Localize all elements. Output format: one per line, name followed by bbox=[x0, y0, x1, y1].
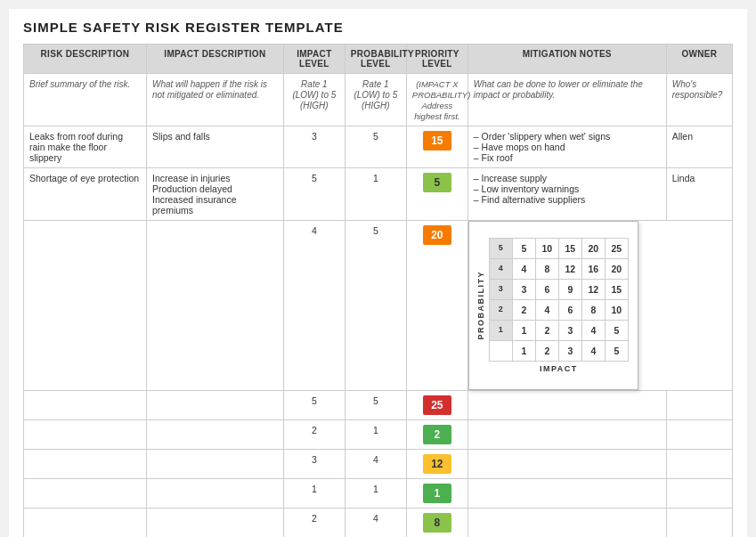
note-impact-level: Rate 1 (LOW) to 5 (HIGH) bbox=[283, 74, 345, 126]
impact-desc-cell: Increase in injuries Production delayed … bbox=[146, 168, 283, 221]
note-owner: Who's responsible? bbox=[666, 74, 732, 126]
matrix-row: 33691215 bbox=[489, 280, 628, 300]
table-row: Shortage of eye protectionIncrease in in… bbox=[24, 168, 733, 221]
matrix-impact-header: 4 bbox=[581, 341, 605, 362]
matrix-cell: 8 bbox=[535, 259, 558, 280]
mitigation-cell bbox=[467, 479, 666, 509]
note-priority: (IMPACT X PROBABILITY) Address highest f… bbox=[406, 74, 467, 126]
impact-desc-cell bbox=[146, 391, 283, 420]
prob-level-cell: 5 bbox=[345, 126, 406, 168]
matrix-cell: 2 bbox=[535, 321, 558, 341]
matrix-cell: 3 bbox=[558, 321, 581, 341]
prob-level-cell: 4 bbox=[345, 509, 406, 538]
matrix-prob-header: 2 bbox=[489, 300, 512, 321]
impact-desc-cell bbox=[146, 450, 283, 479]
matrix-cell: 5 bbox=[605, 321, 628, 341]
matrix-cell: 6 bbox=[558, 300, 581, 321]
matrix-cell: 6 bbox=[535, 280, 558, 300]
matrix-impact-header: 2 bbox=[535, 341, 558, 362]
matrix-impact-header-row: 12345 bbox=[489, 341, 628, 362]
owner-cell bbox=[666, 479, 732, 509]
mitigation-cell bbox=[467, 420, 666, 450]
prob-level-cell: 1 bbox=[345, 420, 406, 450]
priority-cell: 20 bbox=[406, 221, 467, 391]
owner-cell bbox=[666, 391, 732, 420]
impact-desc-cell bbox=[146, 479, 283, 509]
matrix-impact-header: 1 bbox=[512, 341, 535, 362]
mitigation-cell: – Order 'slippery when wet' signs – Have… bbox=[467, 126, 666, 168]
priority-badge: 1 bbox=[423, 484, 451, 503]
matrix-cell: 12 bbox=[581, 280, 605, 300]
owner-cell bbox=[666, 420, 732, 450]
matrix-row: 5510152025 bbox=[489, 239, 628, 259]
matrix-prob-header: 4 bbox=[489, 259, 512, 280]
impact-level-cell: 3 bbox=[283, 450, 345, 479]
matrix-prob-header: 5 bbox=[489, 239, 512, 259]
impact-level-cell: 5 bbox=[283, 391, 345, 420]
risk-cell bbox=[24, 450, 147, 479]
owner-cell bbox=[666, 509, 732, 538]
mitigation-cell: PROBABILITY 5510152025 448121620 3369121… bbox=[467, 221, 732, 391]
col-header-priority: PRIORITY LEVEL bbox=[406, 45, 467, 74]
matrix-prob-header: 1 bbox=[489, 321, 512, 341]
prob-level-cell: 1 bbox=[345, 168, 406, 221]
matrix-cell: 15 bbox=[558, 239, 581, 259]
note-mitigation: What can be done to lower or eliminate t… bbox=[467, 74, 666, 126]
impact-desc-cell bbox=[146, 221, 283, 391]
owner-cell: Linda bbox=[666, 168, 732, 221]
table-row: Leaks from roof during rain make the flo… bbox=[24, 126, 733, 168]
owner-cell bbox=[666, 450, 732, 479]
matrix-cell: 25 bbox=[605, 239, 628, 259]
priority-badge: 15 bbox=[423, 131, 451, 151]
priority-badge: 8 bbox=[423, 513, 451, 533]
priority-cell: 2 bbox=[406, 420, 467, 450]
col-header-prob-level: PROBABILITY LEVEL bbox=[345, 45, 406, 74]
matrix-cell: 9 bbox=[558, 280, 581, 300]
priority-cell: 15 bbox=[406, 126, 467, 168]
impact-level-cell: 5 bbox=[283, 168, 345, 221]
matrix-cell: 4 bbox=[512, 259, 535, 280]
prob-level-cell: 5 bbox=[345, 221, 406, 391]
table-row: 4520 PROBABILITY 5510152025 448121620 33… bbox=[24, 221, 733, 391]
matrix-impact-header: 5 bbox=[605, 341, 628, 362]
matrix-row: 2246810 bbox=[489, 300, 628, 321]
priority-cell: 12 bbox=[406, 450, 467, 479]
priority-badge: 20 bbox=[423, 225, 451, 245]
table-row: 3412 bbox=[24, 450, 733, 479]
risk-cell bbox=[24, 221, 147, 391]
matrix-cell: 12 bbox=[558, 259, 581, 280]
matrix-x-label: IMPACT bbox=[489, 364, 629, 373]
impact-desc-cell bbox=[146, 509, 283, 538]
matrix-cell: 4 bbox=[535, 300, 558, 321]
risk-cell bbox=[24, 391, 147, 420]
risk-cell: Leaks from roof during rain make the flo… bbox=[24, 126, 147, 168]
page-title: SIMPLE SAFETY RISK REGISTER TEMPLATE bbox=[23, 20, 733, 35]
risk-cell bbox=[24, 479, 147, 509]
priority-cell: 25 bbox=[406, 391, 467, 420]
impact-desc-cell bbox=[146, 420, 283, 450]
mitigation-cell bbox=[467, 509, 666, 538]
note-impact-desc: What will happen if the risk is not miti… bbox=[146, 74, 283, 126]
table-row: 248 bbox=[24, 509, 733, 538]
matrix-cell: 20 bbox=[581, 239, 605, 259]
priority-badge: 5 bbox=[423, 173, 451, 192]
impact-desc-cell: Slips and falls bbox=[146, 126, 283, 168]
priority-badge: 2 bbox=[423, 425, 451, 444]
impact-level-cell: 4 bbox=[283, 221, 345, 391]
page-container: SIMPLE SAFETY RISK REGISTER TEMPLATE RIS… bbox=[9, 9, 747, 537]
note-prob-level: Rate 1 (LOW) to 5 (HIGH) bbox=[345, 74, 406, 126]
matrix-cell: 16 bbox=[581, 259, 605, 280]
prob-level-cell: 1 bbox=[345, 479, 406, 509]
matrix-table: 5510152025 448121620 33691215 2246810 11… bbox=[489, 238, 629, 362]
col-header-impact-desc: IMPACT DESCRIPTION bbox=[146, 45, 283, 74]
priority-cell: 8 bbox=[406, 509, 467, 538]
priority-cell: 5 bbox=[406, 168, 467, 221]
table-header-row: RISK DESCRIPTION IMPACT DESCRIPTION IMPA… bbox=[24, 45, 733, 74]
matrix-cell: 4 bbox=[581, 321, 605, 341]
prob-level-cell: 5 bbox=[345, 391, 406, 420]
matrix-cell: 10 bbox=[535, 239, 558, 259]
risk-register-table: RISK DESCRIPTION IMPACT DESCRIPTION IMPA… bbox=[23, 44, 733, 537]
matrix-cell: 8 bbox=[581, 300, 605, 321]
prob-level-cell: 4 bbox=[345, 450, 406, 479]
note-risk: Brief summary of the risk. bbox=[24, 74, 147, 126]
